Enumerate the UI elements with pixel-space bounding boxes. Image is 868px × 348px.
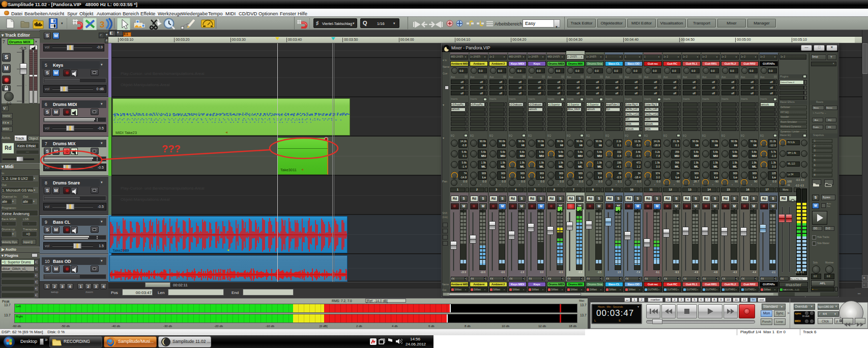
svg-text:3: 3 [100,20,104,30]
